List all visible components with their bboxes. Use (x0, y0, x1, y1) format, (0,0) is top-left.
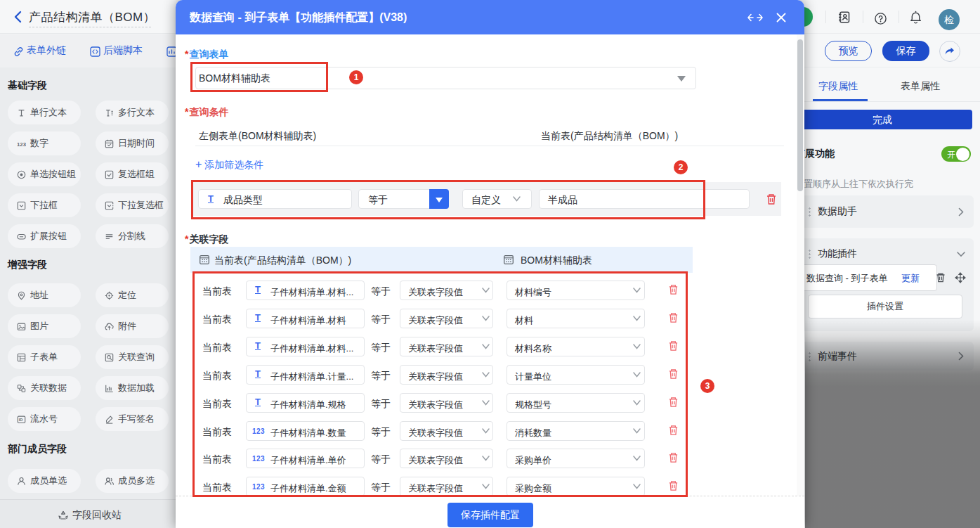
svg-text:123: 123 (17, 141, 26, 147)
svg-text:ID: ID (19, 418, 23, 422)
